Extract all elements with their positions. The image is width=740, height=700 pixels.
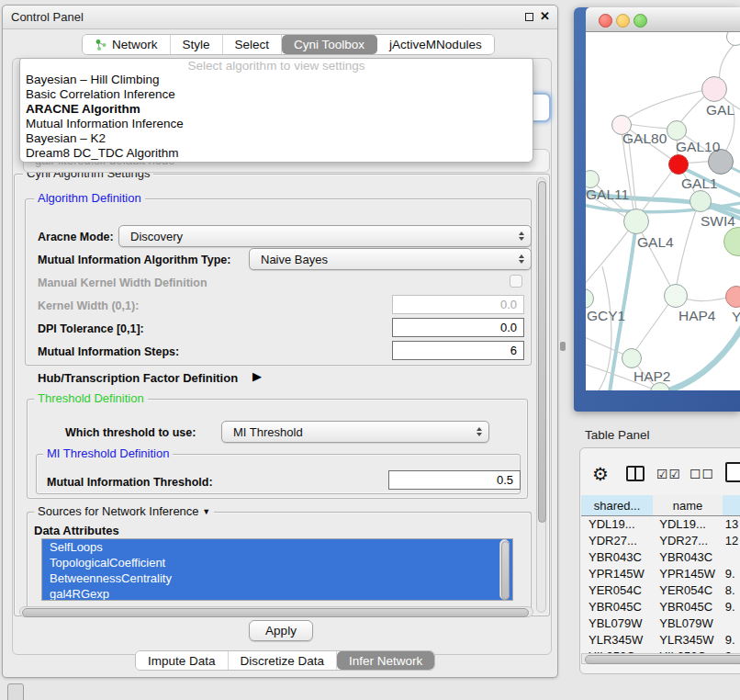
- attribute-item[interactable]: gal4RGexp: [42, 586, 512, 601]
- mi-threshold-field[interactable]: 0.5: [388, 470, 521, 490]
- table-horizontal-scrollbar[interactable]: [581, 653, 740, 664]
- hub-definition-label[interactable]: Hub/Transcription Factor Definition: [38, 371, 238, 385]
- table-horizontal-scrollbar-thumb[interactable]: [585, 655, 740, 664]
- node-label: GAL4: [637, 234, 674, 251]
- bottom-tabbar: Impute Data Discretize Data Infer Networ…: [135, 650, 435, 671]
- table-row[interactable]: YER054C YER054C 8.: [581, 581, 740, 598]
- cell-shared-name: YLR345W: [581, 633, 652, 647]
- cell-value: 9.: [722, 600, 740, 614]
- algorithm-option-selected[interactable]: ARACNE Algorithm: [20, 102, 533, 117]
- node-label: GAL: [706, 102, 734, 119]
- float-icon[interactable]: [525, 13, 533, 21]
- attribute-list-scrollbar-thumb[interactable]: [501, 541, 510, 600]
- tab-style[interactable]: Style: [171, 35, 223, 54]
- algorithm-option[interactable]: Bayesian – K2: [20, 131, 533, 146]
- network-node-hap2[interactable]: [622, 348, 642, 368]
- tab-impute-data[interactable]: Impute Data: [136, 651, 229, 670]
- select-all-icon[interactable]: ☑☑: [656, 467, 681, 481]
- combo-arrows-icon: [477, 427, 482, 436]
- node-label: HAP4: [678, 308, 716, 324]
- column-header-name[interactable]: name: [653, 495, 723, 516]
- network-window-titlebar[interactable]: [586, 7, 740, 32]
- cell-shared-name: YBL079W: [581, 616, 652, 630]
- control-panel-title: Control Panel: [11, 6, 84, 29]
- data-attributes-list: SelfLoops TopologicalCoefficient Between…: [41, 538, 513, 601]
- minimize-traffic-light-icon[interactable]: [616, 14, 630, 28]
- settings-vertical-scrollbar[interactable]: [536, 177, 546, 613]
- attribute-item[interactable]: BetweennessCentrality: [42, 570, 512, 586]
- column-header-clipped[interactable]: [723, 495, 740, 516]
- table-row[interactable]: YBR045C YBR045C 9.: [581, 598, 740, 615]
- network-node-hap4[interactable]: [664, 284, 688, 308]
- settings-vertical-scrollbar-thumb[interactable]: [538, 181, 546, 523]
- algorithm-dropdown-list: Select algorithm to view settings Bayesi…: [19, 58, 533, 163]
- tab-label: jActiveMNodules: [389, 38, 482, 51]
- tab-infer-network[interactable]: Infer Network: [337, 651, 434, 670]
- kernel-width-value: 0.0: [500, 298, 517, 311]
- node-label: SWI4: [701, 213, 735, 230]
- algorithm-dropdown-placeholder: Select algorithm to view settings: [20, 59, 533, 73]
- cell-name: YDR27...: [652, 534, 722, 548]
- table-row[interactable]: YBL079W YBL079W: [581, 615, 740, 631]
- cell-shared-name: YER054C: [581, 583, 652, 597]
- algorithm-option[interactable]: Mutual Information Inference: [20, 117, 533, 131]
- docked-panel-icon[interactable]: [7, 683, 24, 700]
- mi-steps-field[interactable]: 6: [392, 341, 524, 360]
- algorithm-option[interactable]: Basic Correlation Inference: [20, 87, 533, 102]
- settings-horizontal-scrollbar-thumb[interactable]: [22, 608, 529, 617]
- gear-icon[interactable]: ⚙: [592, 463, 609, 485]
- attribute-list-scrollbar[interactable]: [499, 539, 510, 600]
- close-icon[interactable]: ✕: [540, 9, 550, 23]
- close-traffic-light-icon[interactable]: [599, 14, 612, 28]
- algorithm-option[interactable]: Bayesian – Hill Climbing: [20, 73, 533, 87]
- table-row[interactable]: YLR345W YLR345W 9.: [581, 631, 740, 648]
- deselect-all-icon[interactable]: ☐☐: [690, 467, 714, 481]
- tab-cyni-toolbox[interactable]: Cyni Toolbox: [282, 35, 377, 54]
- dpi-tolerance-field[interactable]: 0.0: [392, 318, 524, 337]
- cell-shared-name: YDL19...: [581, 517, 652, 531]
- tab-label: Style: [183, 38, 210, 51]
- cell-shared-name: YPR145W: [581, 567, 652, 581]
- document-icon[interactable]: [725, 462, 740, 482]
- sources-title[interactable]: Sources for Network Inference ▼: [34, 505, 214, 519]
- network-node-gal1[interactable]: [668, 154, 689, 175]
- tab-jactivemnodules[interactable]: jActiveMNodules: [377, 35, 494, 54]
- panel-splitter-handle[interactable]: [560, 342, 566, 351]
- network-node[interactable]: [690, 190, 712, 212]
- tab-label: Cyni Toolbox: [294, 38, 364, 51]
- which-threshold-combo[interactable]: MI Threshold: [221, 421, 489, 443]
- manual-kernel-width-checkbox[interactable]: [510, 275, 522, 288]
- control-panel-titlebar[interactable]: Control Panel ✕: [3, 6, 557, 29]
- column-header-shared-name[interactable]: shared...: [581, 495, 654, 516]
- zoom-traffic-light-icon[interactable]: [633, 14, 647, 28]
- settings-horizontal-scrollbar[interactable]: [19, 606, 533, 617]
- table-row[interactable]: YBR043C YBR043C: [581, 548, 740, 565]
- tab-discretize-data[interactable]: Discretize Data: [229, 651, 338, 670]
- attribute-item[interactable]: SelfLoops: [42, 539, 512, 555]
- tab-select[interactable]: Select: [223, 35, 283, 54]
- mi-algorithm-type-combo[interactable]: Naive Bayes: [249, 248, 532, 270]
- dpi-tolerance-value: 0.0: [500, 321, 517, 334]
- aracne-mode-combo[interactable]: Discovery: [118, 225, 532, 247]
- network-node-gal4[interactable]: [623, 209, 649, 234]
- kernel-width-field[interactable]: 0.0: [392, 295, 524, 314]
- tab-network[interactable]: Network: [83, 35, 171, 54]
- hub-expand-arrow-icon[interactable]: ▶: [252, 369, 262, 383]
- apply-button[interactable]: Apply: [249, 620, 313, 641]
- tab-label: Network: [112, 38, 158, 51]
- data-attributes-label: Data Attributes: [34, 524, 119, 537]
- mi-steps-value: 6: [510, 344, 517, 357]
- table-row[interactable]: YDL19... YDL19... 13: [581, 515, 740, 532]
- which-threshold-label: Which threshold to use:: [65, 426, 196, 439]
- algorithm-option[interactable]: Dream8 DC_TDC Algorithm: [20, 146, 533, 161]
- network-canvas[interactable]: GAL GAL80 GAL10 GAL1 GAL11 SWI4 GAL4 GCY…: [586, 32, 740, 390]
- attribute-item[interactable]: TopologicalCoefficient: [42, 555, 512, 570]
- tab-label: Select: [235, 38, 270, 51]
- network-node[interactable]: [667, 120, 687, 141]
- cell-name: YPR145W: [652, 567, 722, 581]
- network-node[interactable]: [701, 76, 727, 102]
- table-row[interactable]: YPR145W YPR145W 9.: [581, 565, 740, 581]
- table-row[interactable]: YDR27... YDR27... 12: [581, 532, 740, 548]
- split-columns-icon[interactable]: [626, 466, 645, 481]
- cell-shared-name: YBR045C: [581, 600, 652, 614]
